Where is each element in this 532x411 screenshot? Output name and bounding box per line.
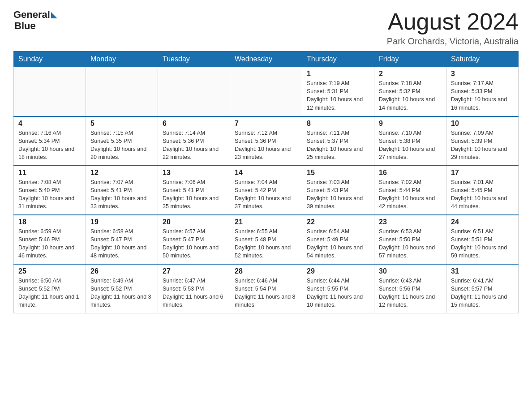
day-number: 16: [379, 169, 442, 177]
calendar-cell: 7Sunrise: 7:12 AMSunset: 5:36 PMDaylight…: [230, 116, 302, 166]
day-number: 8: [307, 120, 369, 128]
week-row-2: 4Sunrise: 7:16 AMSunset: 5:34 PMDaylight…: [14, 116, 519, 166]
day-info: Sunrise: 6:49 AMSunset: 5:52 PMDaylight:…: [90, 277, 153, 309]
day-info: Sunrise: 7:16 AMSunset: 5:34 PMDaylight:…: [18, 129, 81, 162]
day-number: 10: [451, 120, 514, 128]
header-tuesday: Tuesday: [158, 51, 230, 67]
day-info: Sunrise: 6:51 AMSunset: 5:51 PMDaylight:…: [451, 227, 514, 260]
logo-text-general: General: [13, 9, 50, 20]
calendar-cell: 13Sunrise: 7:06 AMSunset: 5:41 PMDayligh…: [158, 166, 230, 215]
day-number: 9: [379, 120, 442, 128]
calendar-cell: 14Sunrise: 7:04 AMSunset: 5:42 PMDayligh…: [230, 166, 302, 215]
calendar-cell: [14, 67, 86, 116]
day-number: 30: [379, 267, 442, 275]
day-info: Sunrise: 6:43 AMSunset: 5:56 PMDaylight:…: [379, 277, 442, 309]
day-number: 24: [451, 218, 514, 226]
day-info: Sunrise: 6:46 AMSunset: 5:54 PMDaylight:…: [235, 277, 297, 309]
day-number: 3: [451, 70, 514, 78]
day-number: 12: [90, 169, 153, 177]
day-number: 26: [90, 267, 153, 275]
calendar-cell: 4Sunrise: 7:16 AMSunset: 5:34 PMDaylight…: [14, 116, 86, 166]
day-number: 28: [235, 267, 297, 275]
calendar-cell: [230, 67, 302, 116]
week-row-4: 18Sunrise: 6:59 AMSunset: 5:46 PMDayligh…: [14, 215, 519, 264]
calendar-cell: 8Sunrise: 7:11 AMSunset: 5:37 PMDaylight…: [302, 116, 374, 166]
calendar-cell: 6Sunrise: 7:14 AMSunset: 5:36 PMDaylight…: [158, 116, 230, 166]
calendar-cell: 16Sunrise: 7:02 AMSunset: 5:44 PMDayligh…: [374, 166, 446, 215]
logo: General Blue: [13, 9, 57, 32]
day-number: 18: [18, 218, 81, 226]
calendar-cell: [86, 67, 158, 116]
calendar-cell: [158, 67, 230, 116]
day-number: 2: [379, 70, 442, 78]
calendar-cell: 20Sunrise: 6:57 AMSunset: 5:47 PMDayligh…: [158, 215, 230, 264]
calendar-cell: 29Sunrise: 6:44 AMSunset: 5:55 PMDayligh…: [302, 264, 374, 313]
day-number: 5: [90, 120, 153, 128]
day-info: Sunrise: 7:18 AMSunset: 5:32 PMDaylight:…: [379, 79, 442, 112]
day-number: 11: [18, 169, 81, 177]
week-row-1: 1Sunrise: 7:19 AMSunset: 5:31 PMDaylight…: [14, 67, 519, 116]
day-info: Sunrise: 7:15 AMSunset: 5:35 PMDaylight:…: [90, 129, 153, 162]
day-info: Sunrise: 7:08 AMSunset: 5:40 PMDaylight:…: [18, 178, 81, 211]
day-info: Sunrise: 6:54 AMSunset: 5:49 PMDaylight:…: [307, 227, 369, 260]
day-info: Sunrise: 6:50 AMSunset: 5:52 PMDaylight:…: [18, 277, 81, 309]
day-number: 17: [451, 169, 514, 177]
calendar-cell: 12Sunrise: 7:07 AMSunset: 5:41 PMDayligh…: [86, 166, 158, 215]
header-thursday: Thursday: [302, 51, 374, 67]
calendar-cell: 10Sunrise: 7:09 AMSunset: 5:39 PMDayligh…: [446, 116, 519, 166]
day-info: Sunrise: 6:44 AMSunset: 5:55 PMDaylight:…: [307, 277, 369, 309]
calendar-cell: 21Sunrise: 6:55 AMSunset: 5:48 PMDayligh…: [230, 215, 302, 264]
day-number: 29: [307, 267, 369, 275]
header-wednesday: Wednesday: [230, 51, 302, 67]
calendar-cell: 11Sunrise: 7:08 AMSunset: 5:40 PMDayligh…: [14, 166, 86, 215]
day-info: Sunrise: 6:57 AMSunset: 5:47 PMDaylight:…: [163, 227, 225, 260]
calendar-table: SundayMondayTuesdayWednesdayThursdayFrid…: [13, 51, 519, 313]
logo-triangle-icon: [51, 12, 57, 18]
day-info: Sunrise: 7:03 AMSunset: 5:43 PMDaylight:…: [307, 178, 369, 211]
month-title: August 2024: [387, 9, 519, 34]
header-sunday: Sunday: [14, 51, 86, 67]
day-number: 25: [18, 267, 81, 275]
day-info: Sunrise: 6:59 AMSunset: 5:46 PMDaylight:…: [18, 227, 81, 260]
location: Park Orchards, Victoria, Australia: [387, 36, 519, 47]
day-number: 1: [307, 70, 369, 78]
day-info: Sunrise: 6:41 AMSunset: 5:57 PMDaylight:…: [451, 277, 514, 309]
day-info: Sunrise: 7:12 AMSunset: 5:36 PMDaylight:…: [235, 129, 297, 162]
calendar-cell: 3Sunrise: 7:17 AMSunset: 5:33 PMDaylight…: [446, 67, 519, 116]
day-info: Sunrise: 7:09 AMSunset: 5:39 PMDaylight:…: [451, 129, 514, 162]
day-number: 7: [235, 120, 297, 128]
calendar-cell: 22Sunrise: 6:54 AMSunset: 5:49 PMDayligh…: [302, 215, 374, 264]
title-area: August 2024 Park Orchards, Victoria, Aus…: [387, 9, 519, 47]
day-number: 23: [379, 218, 442, 226]
day-info: Sunrise: 6:47 AMSunset: 5:53 PMDaylight:…: [163, 277, 225, 309]
header-friday: Friday: [374, 51, 446, 67]
day-info: Sunrise: 7:06 AMSunset: 5:41 PMDaylight:…: [163, 178, 225, 211]
calendar-cell: 15Sunrise: 7:03 AMSunset: 5:43 PMDayligh…: [302, 166, 374, 215]
calendar-cell: 1Sunrise: 7:19 AMSunset: 5:31 PMDaylight…: [302, 67, 374, 116]
calendar-cell: 5Sunrise: 7:15 AMSunset: 5:35 PMDaylight…: [86, 116, 158, 166]
day-number: 19: [90, 218, 153, 226]
header-monday: Monday: [86, 51, 158, 67]
calendar-cell: 30Sunrise: 6:43 AMSunset: 5:56 PMDayligh…: [374, 264, 446, 313]
calendar-cell: 23Sunrise: 6:53 AMSunset: 5:50 PMDayligh…: [374, 215, 446, 264]
day-number: 31: [451, 267, 514, 275]
day-number: 13: [163, 169, 225, 177]
day-number: 27: [163, 267, 225, 275]
day-info: Sunrise: 7:11 AMSunset: 5:37 PMDaylight:…: [307, 129, 369, 162]
calendar-cell: 24Sunrise: 6:51 AMSunset: 5:51 PMDayligh…: [446, 215, 519, 264]
header-row: SundayMondayTuesdayWednesdayThursdayFrid…: [14, 51, 519, 67]
day-info: Sunrise: 6:53 AMSunset: 5:50 PMDaylight:…: [379, 227, 442, 260]
day-info: Sunrise: 6:55 AMSunset: 5:48 PMDaylight:…: [235, 227, 297, 260]
day-info: Sunrise: 7:14 AMSunset: 5:36 PMDaylight:…: [163, 129, 225, 162]
week-row-3: 11Sunrise: 7:08 AMSunset: 5:40 PMDayligh…: [14, 166, 519, 215]
day-number: 20: [163, 218, 225, 226]
day-info: Sunrise: 7:01 AMSunset: 5:45 PMDaylight:…: [451, 178, 514, 211]
calendar-cell: 28Sunrise: 6:46 AMSunset: 5:54 PMDayligh…: [230, 264, 302, 313]
logo-text-blue: Blue: [14, 20, 57, 31]
calendar-cell: 18Sunrise: 6:59 AMSunset: 5:46 PMDayligh…: [14, 215, 86, 264]
calendar-cell: 9Sunrise: 7:10 AMSunset: 5:38 PMDaylight…: [374, 116, 446, 166]
calendar-cell: 31Sunrise: 6:41 AMSunset: 5:57 PMDayligh…: [446, 264, 519, 313]
calendar-cell: 2Sunrise: 7:18 AMSunset: 5:32 PMDaylight…: [374, 67, 446, 116]
day-info: Sunrise: 7:10 AMSunset: 5:38 PMDaylight:…: [379, 129, 442, 162]
day-info: Sunrise: 7:17 AMSunset: 5:33 PMDaylight:…: [451, 79, 514, 112]
